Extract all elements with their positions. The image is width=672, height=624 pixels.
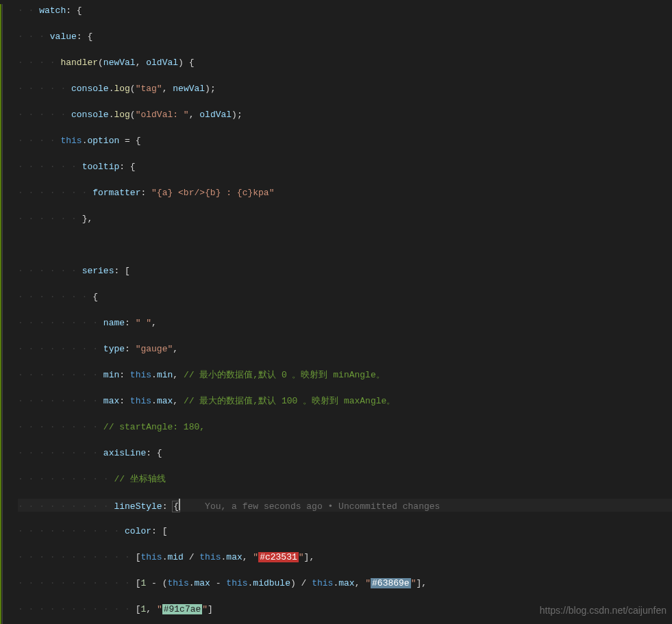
code-content[interactable]: · · watch: { · · · value: { · · · · hand… xyxy=(0,4,672,624)
fold-gutter xyxy=(2,4,3,624)
git-blame-annotation: You, a few seconds ago • Uncommitted cha… xyxy=(205,501,440,512)
code-editor[interactable]: · · watch: { · · · value: { · · · · hand… xyxy=(0,0,672,624)
watermark: https://blog.csdn.net/caijunfen xyxy=(540,604,667,617)
